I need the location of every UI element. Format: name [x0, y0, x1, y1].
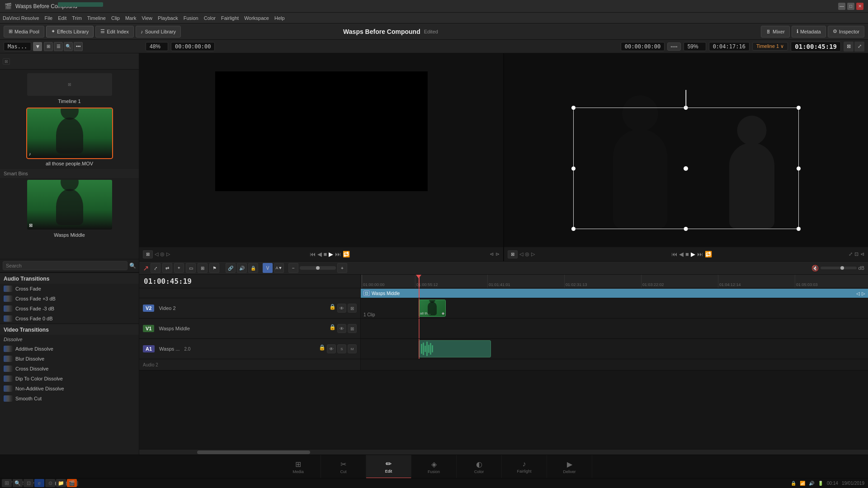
- audio-level-slider[interactable]: [821, 267, 857, 269]
- v1-lock[interactable]: 🔒: [329, 324, 336, 333]
- handle-center[interactable]: [684, 166, 688, 171]
- a1-eye[interactable]: 👁: [327, 344, 336, 353]
- select-tool[interactable]: ↗: [143, 264, 149, 272]
- timeline-scrollbar[interactable]: [139, 449, 868, 455]
- menu-fairlight[interactable]: Fairlight: [221, 15, 239, 21]
- a1-lock[interactable]: 🔒: [319, 344, 326, 353]
- nav-media[interactable]: ⊞ Media: [276, 455, 321, 479]
- media-pool-button[interactable]: ⊞ Media Pool: [4, 26, 44, 38]
- play-back-source[interactable]: ◀: [317, 251, 322, 258]
- start-button[interactable]: ⊞: [2, 479, 12, 487]
- stop-source[interactable]: ■: [324, 251, 327, 258]
- cross-fade-0-item[interactable]: Cross Fade 0 dB: [0, 314, 139, 324]
- nav-fusion[interactable]: ◈ Fusion: [411, 455, 457, 479]
- chrome-icon[interactable]: ⊙: [45, 479, 55, 487]
- dynamic-trim[interactable]: ⇄: [162, 263, 172, 273]
- menu-clip[interactable]: Clip: [111, 15, 120, 21]
- mute-audio[interactable]: 🔇: [811, 265, 819, 272]
- cross-fade-plus3-item[interactable]: Cross Fade +3 dB: [0, 294, 139, 304]
- loop-source[interactable]: 🔁: [343, 251, 350, 258]
- nav-fairlight[interactable]: ♪ Fairlight: [502, 455, 547, 479]
- effects-search-input[interactable]: [3, 261, 127, 270]
- handle-tl[interactable]: [571, 106, 576, 110]
- source-viewer-settings[interactable]: ⊠: [143, 250, 153, 258]
- a1-m[interactable]: M: [348, 344, 357, 353]
- cross-dissolve-item[interactable]: Cross Dissolve: [0, 364, 139, 374]
- menu-help[interactable]: Help: [274, 15, 285, 21]
- v2-video-clip[interactable]: ◆ all th...: [419, 300, 446, 317]
- link-clips[interactable]: 🔗: [226, 263, 236, 273]
- additive-dissolve-item[interactable]: Additive Dissolve: [0, 344, 139, 354]
- smooth-cut-item[interactable]: Smooth Cut: [0, 394, 139, 404]
- go-start-source[interactable]: ⏮: [310, 251, 316, 258]
- zoom-out-tl[interactable]: −: [288, 263, 298, 273]
- source-in[interactable]: ⊲: [490, 251, 494, 257]
- nav-color[interactable]: ◐ Color: [457, 455, 502, 479]
- ie-icon[interactable]: e: [34, 479, 44, 487]
- bin-dropdown[interactable]: ▼: [33, 42, 42, 51]
- wasps-middle-strip[interactable]: ⊡ Wasps Middle ◁ ▷: [361, 289, 868, 298]
- menu-davinci[interactable]: DaVinci Resolve: [3, 15, 39, 21]
- prev-frame-source[interactable]: ◁: [155, 251, 158, 257]
- scrollbar-thumb[interactable]: [197, 450, 310, 454]
- timeline1-thumb[interactable]: ⊠: [27, 73, 112, 96]
- thumb-all-those-people[interactable]: ♪: [27, 108, 112, 158]
- fullscreen-prog2[interactable]: ⊡: [854, 251, 859, 257]
- timeline-label[interactable]: Timeline 1 ∨: [752, 42, 788, 51]
- inspector-button[interactable]: ⚙ Inspector: [828, 26, 864, 38]
- stop-prog[interactable]: ■: [685, 251, 689, 258]
- search-button[interactable]: 🔍: [64, 42, 73, 51]
- clip-lock[interactable]: 🔒: [248, 263, 258, 273]
- menu-trim[interactable]: Trim: [72, 15, 82, 21]
- timeline-ruler[interactable]: 01:00:00:00 01:00:55:12 01:01:41:01 01:0…: [361, 275, 868, 288]
- nav-edit[interactable]: ✏ Edit: [366, 455, 411, 479]
- menu-playback[interactable]: Playback: [158, 15, 178, 21]
- cross-fade-item[interactable]: Cross Fade: [0, 284, 139, 294]
- sound-library-button[interactable]: ♪ Sound Library: [136, 26, 181, 38]
- playhead-source[interactable]: ◎: [160, 251, 165, 257]
- prev-frame-prog[interactable]: ◁: [519, 251, 523, 257]
- timecode-more[interactable]: ••••: [667, 42, 680, 51]
- audio-level-handle[interactable]: [840, 266, 844, 270]
- v1-solo[interactable]: ⊠: [348, 324, 357, 333]
- audio-sync[interactable]: 🔊: [237, 263, 247, 273]
- effects-search-icon[interactable]: 🔍: [129, 263, 136, 269]
- close-button[interactable]: ✕: [856, 3, 863, 10]
- flag-tool[interactable]: ⚑: [209, 263, 219, 273]
- dip-to-color-item[interactable]: Dip To Color Dissolve: [0, 374, 139, 384]
- handle-tr[interactable]: [797, 106, 801, 110]
- transform-box[interactable]: [573, 108, 799, 230]
- program-zoom[interactable]: 59%: [684, 42, 706, 51]
- nav-cut[interactable]: ✂ Cut: [321, 455, 366, 479]
- zoom-handle[interactable]: [316, 266, 320, 270]
- playhead-prog[interactable]: ◎: [525, 251, 529, 257]
- loop-prog[interactable]: 🔁: [705, 251, 712, 258]
- v2-solo[interactable]: ⊠: [348, 304, 357, 313]
- menu-mark[interactable]: Mark: [125, 15, 136, 21]
- next-frame-source[interactable]: ▷: [166, 251, 170, 257]
- mixer-button[interactable]: 🎚 Mixer: [761, 26, 790, 38]
- selection-mode[interactable]: ▭: [186, 263, 196, 273]
- menu-view[interactable]: View: [142, 15, 152, 21]
- menu-edit[interactable]: Edit: [58, 15, 66, 21]
- skip-forward-prog[interactable]: ⏭: [697, 251, 703, 258]
- menu-color[interactable]: Color: [204, 15, 216, 21]
- source-out[interactable]: ⊳: [495, 251, 500, 257]
- thumb-wasps-middle[interactable]: ⊠: [27, 180, 112, 230]
- strip-left-arrow[interactable]: ◁: [856, 291, 860, 296]
- non-additive-dissolve-item[interactable]: Non-Additive Dissolve: [0, 384, 139, 394]
- strip-right-arrow[interactable]: ▷: [862, 291, 865, 296]
- folder-icon[interactable]: 📁: [56, 479, 66, 487]
- v2-eye[interactable]: 👁: [337, 304, 346, 313]
- handle-mr[interactable]: [797, 166, 801, 170]
- zoom-in-tl[interactable]: +: [337, 263, 347, 273]
- blur-dissolve-item[interactable]: Blur Dissolve: [0, 354, 139, 364]
- play-back-prog[interactable]: ◀: [679, 251, 684, 258]
- minimize-button[interactable]: —: [838, 3, 845, 10]
- menu-fusion[interactable]: Fusion: [184, 15, 198, 21]
- v1-eye[interactable]: 👁: [337, 324, 346, 333]
- audio-track-dest[interactable]: A▼: [274, 263, 284, 273]
- play-prog[interactable]: ▶: [691, 251, 695, 258]
- source-zoom[interactable]: 48%: [146, 42, 168, 51]
- window-controls[interactable]: — □ ✕: [838, 3, 863, 10]
